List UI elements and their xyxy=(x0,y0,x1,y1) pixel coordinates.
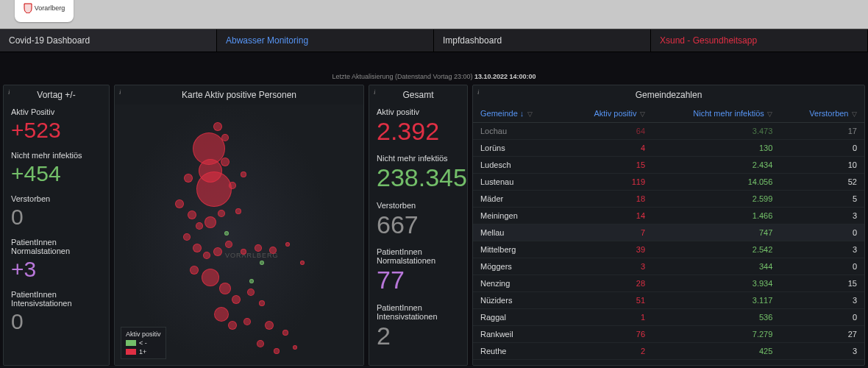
legend-title: Aktiv positiv xyxy=(126,330,161,338)
map-bubble[interactable] xyxy=(204,216,216,228)
map-bubble[interactable] xyxy=(184,174,193,183)
map-bubble[interactable] xyxy=(293,345,297,350)
table-row[interactable]: Mäder182.5995 xyxy=(473,191,864,208)
map-bubble[interactable] xyxy=(214,307,229,322)
legend-row: 1+ xyxy=(126,348,161,355)
map-bubble[interactable] xyxy=(175,199,184,208)
table-cell: 3 xyxy=(780,241,864,258)
info-icon[interactable]: i xyxy=(374,88,376,96)
map-bubble[interactable] xyxy=(221,158,230,166)
table-cell: 425 xyxy=(652,343,780,360)
map-bubble[interactable] xyxy=(257,340,264,347)
table-row[interactable]: Raggal15360 xyxy=(473,309,864,326)
info-icon[interactable]: i xyxy=(119,88,121,96)
map-bubble[interactable] xyxy=(203,252,210,259)
tab-1[interactable]: Abwasser Monitoring xyxy=(217,29,434,52)
column-header[interactable]: Nicht mehr infektiös ▽ xyxy=(652,105,780,123)
map-bubble[interactable] xyxy=(202,269,219,286)
stat-label: Aktiv positiv xyxy=(377,107,460,116)
map-bubble[interactable] xyxy=(265,321,274,330)
table-cell: Meiningen xyxy=(473,208,563,224)
stat-label: PatientInnen Normalstationen xyxy=(11,238,102,255)
filter-icon[interactable]: ▽ xyxy=(850,110,857,118)
table-cell: 574 xyxy=(652,360,780,366)
stat-label: Verstorben xyxy=(377,201,460,210)
map-bubble[interactable] xyxy=(188,210,196,219)
table-row[interactable]: Mellau77470 xyxy=(473,224,864,241)
map-bubble[interactable] xyxy=(183,233,191,241)
stat-value: 0 xyxy=(11,309,102,333)
logo-badge: Vorarlberg xyxy=(15,0,74,22)
stat-block: PatientInnen Normalstationen+3 xyxy=(4,235,109,287)
table-row[interactable]: Nüziders513.1173 xyxy=(473,292,864,309)
table-row[interactable]: Lorüns41300 xyxy=(473,140,864,157)
map-bubble[interactable] xyxy=(219,283,231,294)
map-bubble[interactable] xyxy=(213,247,222,256)
column-header[interactable]: Gemeinde ↓ ▽ xyxy=(473,105,563,123)
map-bubble[interactable] xyxy=(196,171,232,207)
table-row[interactable]: Meiningen141.4663 xyxy=(473,208,864,224)
map-bubble[interactable] xyxy=(269,247,277,254)
map-bubble[interactable] xyxy=(243,318,251,325)
info-icon[interactable]: i xyxy=(477,88,480,96)
map-bubble[interactable] xyxy=(255,244,262,252)
map-bubble[interactable] xyxy=(274,348,280,354)
panel-title: Gemeindezahlen xyxy=(473,85,864,105)
map-bubble[interactable] xyxy=(300,261,305,265)
map-bubble[interactable] xyxy=(193,244,202,252)
column-header[interactable]: Verstorben ▽ xyxy=(780,105,864,123)
table-row[interactable]: Lustenau11914.05652 xyxy=(473,174,864,191)
table-cell: 4 xyxy=(563,360,652,366)
map-bubble[interactable] xyxy=(259,300,265,306)
table-cell: Mellau xyxy=(473,224,563,241)
stat-value: 0 xyxy=(11,205,102,229)
table-row[interactable]: Ludesch152.43410 xyxy=(473,157,864,174)
table-row[interactable]: Nenzing283.93415 xyxy=(473,275,864,292)
map-bubble[interactable] xyxy=(235,208,241,214)
table-row[interactable]: Reuthe24253 xyxy=(473,343,864,360)
column-header[interactable]: Aktiv positiv ▽ xyxy=(563,105,652,123)
map-bubble[interactable] xyxy=(228,321,237,330)
map-bubble[interactable] xyxy=(232,295,241,304)
gemeinde-table: Gemeinde ↓ ▽Aktiv positiv ▽Nicht mehr in… xyxy=(473,105,864,365)
map-bubble[interactable] xyxy=(260,261,264,265)
stat-label: PatientInnen Intensivstationen xyxy=(11,290,102,308)
filter-icon[interactable]: ▽ xyxy=(525,110,533,118)
info-icon[interactable]: i xyxy=(8,88,10,96)
filter-icon[interactable]: ▽ xyxy=(766,110,773,118)
tab-0[interactable]: Covid-19 Dashboard xyxy=(0,29,217,52)
map-bubble[interactable] xyxy=(249,279,254,283)
map-canvas[interactable]: VORARLBERG Aktiv positiv < -1+ xyxy=(115,105,363,365)
map-bubble[interactable] xyxy=(285,242,290,247)
table-cell: 27 xyxy=(780,326,864,343)
map-bubble[interactable] xyxy=(218,210,225,217)
legend-row: < - xyxy=(126,339,161,347)
filter-icon[interactable]: ▽ xyxy=(638,110,646,118)
table-cell: 7.279 xyxy=(652,326,780,343)
map-bubble[interactable] xyxy=(229,182,236,189)
map-bubble[interactable] xyxy=(190,266,199,275)
table-cell: 119 xyxy=(563,174,652,191)
map-bubble[interactable] xyxy=(241,171,246,177)
map-bubble[interactable] xyxy=(224,231,229,236)
table-row[interactable]: Riefensberg45740 xyxy=(473,360,864,366)
map-bubble[interactable] xyxy=(196,222,203,230)
map-bubble[interactable] xyxy=(282,330,288,336)
tab-3[interactable]: Xsund - Gesundheitsapp xyxy=(651,29,868,52)
table-cell: Rankweil xyxy=(473,326,563,343)
map-bubble[interactable] xyxy=(247,289,255,296)
table-cell: 76 xyxy=(563,326,652,343)
table-cell: Lustenau xyxy=(473,174,563,191)
table-row[interactable]: Mittelberg392.5423 xyxy=(473,241,864,258)
map-bubble[interactable] xyxy=(225,241,232,248)
table-row[interactable]: Rankweil767.27927 xyxy=(473,326,864,343)
map-legend: Aktiv positiv < -1+ xyxy=(121,327,166,359)
map-bubble[interactable] xyxy=(241,249,246,255)
table-cell: 130 xyxy=(652,140,780,157)
table-row[interactable]: Möggers33440 xyxy=(473,258,864,275)
map-bubble[interactable] xyxy=(213,122,222,131)
table-cell: 3 xyxy=(563,258,652,275)
table-row[interactable]: Lochau643.47317 xyxy=(473,123,864,140)
table-cell: Nenzing xyxy=(473,275,563,292)
tab-2[interactable]: Impfdashboard xyxy=(434,29,651,52)
